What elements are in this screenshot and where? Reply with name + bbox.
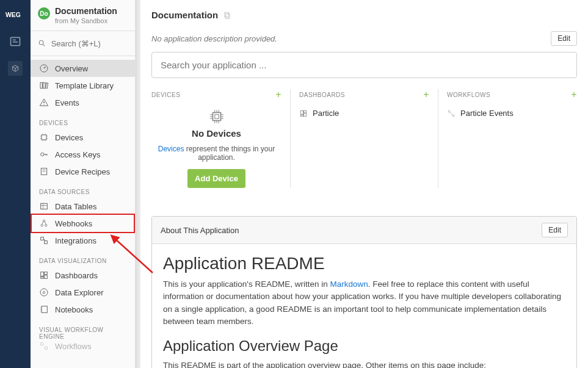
readme-h2: Application Overview Page <box>163 337 565 355</box>
svg-rect-41 <box>45 272 48 275</box>
svg-line-35 <box>42 222 43 225</box>
nav-label: Template Library <box>55 81 114 90</box>
edit-readme-button[interactable]: Edit <box>542 223 568 237</box>
copy-icon[interactable] <box>223 11 231 20</box>
app-search-input[interactable] <box>151 52 577 78</box>
nav-data-explorer[interactable]: Data Explorer <box>31 284 135 301</box>
svg-rect-40 <box>41 272 44 276</box>
svg-point-4 <box>39 40 43 45</box>
svg-rect-71 <box>300 115 303 116</box>
nav-list: Overview Template Library Events DEVICES… <box>31 56 135 357</box>
svg-point-12 <box>43 104 44 105</box>
nav-data-tables[interactable]: Data Tables <box>31 198 135 215</box>
workflows-header: WORKFLOWS <box>447 92 490 98</box>
add-device-plus-icon[interactable]: + <box>275 89 281 100</box>
key-icon <box>39 150 49 159</box>
workflow-item[interactable]: Particle Events <box>447 106 577 120</box>
svg-rect-68 <box>300 110 303 114</box>
svg-text:WEG: WEG <box>5 12 21 18</box>
nav-device-recipes[interactable]: Device Recipes <box>31 163 135 180</box>
no-devices-text: Devices represent the things in your app… <box>151 145 281 162</box>
nav-label: Events <box>55 98 79 107</box>
readme-p1: This is your application's README, writt… <box>163 278 565 328</box>
svg-line-7 <box>44 67 46 68</box>
svg-point-32 <box>41 225 43 226</box>
nav-label: Integrations <box>55 236 96 245</box>
svg-point-73 <box>452 115 454 117</box>
svg-line-39 <box>43 239 45 240</box>
svg-rect-49 <box>41 343 43 345</box>
nav-workflows[interactable]: Workflows <box>31 342 135 350</box>
rail-box-icon[interactable] <box>8 61 23 76</box>
about-body: Application README This is your applicat… <box>152 244 576 368</box>
description-row: No application description provided. Edi… <box>151 31 577 46</box>
nav-label: Workflows <box>55 342 92 350</box>
no-description-text: No application description provided. <box>151 34 277 43</box>
svg-rect-10 <box>46 83 48 88</box>
devices-empty-state: No Devices Devices represent the things … <box>151 106 281 188</box>
app-title: Documentation <box>55 6 117 16</box>
nav-dashboards[interactable]: Dashboards <box>31 267 135 284</box>
nav-label: Notebooks <box>55 305 93 314</box>
svg-point-72 <box>448 110 450 112</box>
svg-rect-38 <box>45 241 48 244</box>
sidebar: Do Documentation from My Sandbox Overvie… <box>31 0 136 368</box>
svg-rect-9 <box>43 82 45 88</box>
nav-overview[interactable]: Overview <box>31 60 135 77</box>
webhook-icon <box>39 218 49 228</box>
svg-rect-50 <box>45 347 47 349</box>
nav-label: Overview <box>55 64 88 73</box>
compass-icon <box>39 287 49 297</box>
add-device-button[interactable]: Add Device <box>187 169 245 188</box>
page-title: Documentation <box>151 10 218 20</box>
devices-link[interactable]: Devices <box>158 145 184 153</box>
svg-rect-52 <box>226 13 230 18</box>
about-title: About This Application <box>161 226 239 235</box>
add-workflow-plus-icon[interactable]: + <box>571 89 577 100</box>
svg-rect-13 <box>42 135 46 140</box>
sidebar-search-input[interactable] <box>51 39 128 48</box>
sidebar-scrollbar[interactable] <box>136 0 140 368</box>
add-dashboard-plus-icon[interactable]: + <box>423 89 429 100</box>
icon-rail: WEG <box>0 0 31 368</box>
section-data-viz: DATA VISUALIZATION <box>31 249 135 267</box>
nav-label: Data Tables <box>55 202 96 211</box>
svg-line-36 <box>45 222 46 225</box>
nav-label: Webhooks <box>55 219 92 228</box>
alert-icon <box>39 98 49 107</box>
svg-line-74 <box>450 112 453 115</box>
nav-label: Data Explorer <box>55 288 103 297</box>
svg-point-33 <box>45 225 47 226</box>
brand-logo[interactable]: WEG <box>5 7 25 22</box>
rail-news-icon[interactable] <box>8 34 23 49</box>
nav-devices[interactable]: Devices <box>31 129 135 146</box>
sidebar-search[interactable] <box>31 31 135 56</box>
svg-rect-69 <box>304 110 307 113</box>
edit-description-button[interactable]: Edit <box>551 31 577 46</box>
nav-template-library[interactable]: Template Library <box>31 77 135 94</box>
section-devices: DEVICES <box>31 111 135 129</box>
nav-webhooks[interactable]: Webhooks <box>31 214 135 233</box>
workflow-item-label: Particle Events <box>460 109 514 118</box>
dashboards-card: DASHBOARDS + Particle <box>290 89 438 188</box>
devices-header: DEVICES <box>151 92 180 98</box>
recipe-icon <box>39 167 49 176</box>
workflow-icon <box>39 342 49 350</box>
nav-access-keys[interactable]: Access Keys <box>31 146 135 163</box>
nav-integrations[interactable]: Integrations <box>31 232 135 249</box>
svg-point-22 <box>41 153 44 156</box>
no-devices-title: No Devices <box>151 128 281 139</box>
readme-h1: Application README <box>163 254 565 273</box>
markdown-link[interactable]: Markdown <box>330 280 368 289</box>
devices-card: DEVICES + No Devices Devices represent t… <box>151 89 290 188</box>
about-header: About This Application Edit <box>152 217 576 244</box>
nav-label: Device Recipes <box>55 167 110 176</box>
nav-notebooks[interactable]: Notebooks <box>31 301 135 318</box>
nav-label: Dashboards <box>55 271 98 280</box>
about-box: About This Application Edit Application … <box>151 216 577 368</box>
svg-rect-70 <box>304 114 307 117</box>
dashboard-icon <box>299 109 308 118</box>
nav-events[interactable]: Events <box>31 94 135 111</box>
nav-label: Access Keys <box>55 150 100 159</box>
dashboard-item[interactable]: Particle <box>299 106 429 120</box>
